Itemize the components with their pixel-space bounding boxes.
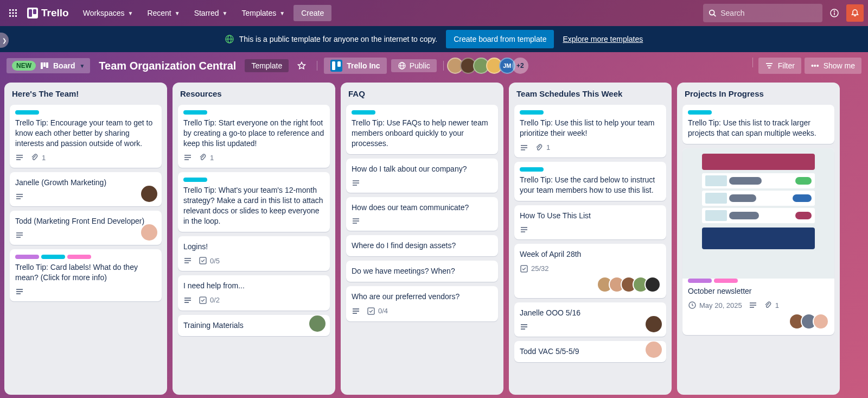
card-badges: 0/5 bbox=[183, 256, 324, 266]
description-icon bbox=[183, 153, 192, 162]
card[interactable]: Logins!0/5 bbox=[178, 236, 330, 271]
notifications-icon[interactable] bbox=[846, 4, 864, 22]
trello-logo[interactable]: Trello bbox=[24, 7, 72, 19]
card-member-avatar[interactable] bbox=[141, 186, 157, 202]
nav-menu-workspaces[interactable]: Workspaces▼ bbox=[76, 5, 140, 21]
card-title: Janelle (Growth Marketing) bbox=[15, 178, 156, 188]
card[interactable]: Trello Tip: Card labels! What do they me… bbox=[10, 249, 162, 301]
attachment-badge: 1 bbox=[30, 153, 46, 163]
card[interactable]: Janelle OOO 5/16 bbox=[514, 302, 666, 337]
card[interactable]: Trello Tip: Use this list to track large… bbox=[682, 105, 834, 144]
card-labels bbox=[520, 167, 661, 172]
workspace-chip[interactable]: Trello Inc bbox=[324, 58, 386, 74]
info-icon[interactable] bbox=[826, 4, 843, 22]
card[interactable]: Todd VAC 5/5-5/9 bbox=[514, 341, 666, 362]
board-title[interactable]: Team Organization Central bbox=[94, 60, 240, 72]
description-icon bbox=[15, 192, 24, 201]
card-label[interactable] bbox=[183, 110, 207, 115]
card-title: I need help from... bbox=[183, 281, 324, 291]
card-label[interactable] bbox=[67, 255, 91, 259]
nav-menu-starred[interactable]: Starred▼ bbox=[188, 5, 234, 21]
card[interactable]: Where do I find design assets? bbox=[346, 235, 498, 256]
clock-icon bbox=[688, 301, 697, 309]
card[interactable]: Trello Tip: Use this list to help your t… bbox=[514, 105, 666, 157]
filter-label: Filter bbox=[778, 61, 795, 70]
star-button[interactable] bbox=[293, 57, 310, 74]
card[interactable]: October newsletterMay 20, 20251 bbox=[682, 148, 834, 335]
list-title[interactable]: FAQ bbox=[346, 88, 498, 100]
card-label[interactable] bbox=[352, 110, 375, 115]
list-title[interactable]: Team Schedules This Week bbox=[514, 88, 666, 100]
card-member-avatar[interactable] bbox=[644, 276, 661, 293]
card-member-avatar[interactable] bbox=[813, 313, 829, 330]
filter-button[interactable]: Filter bbox=[758, 58, 801, 74]
card-label[interactable] bbox=[520, 110, 544, 115]
attachment-badge: 1 bbox=[764, 301, 779, 311]
card-title: October newsletter bbox=[688, 286, 829, 296]
card[interactable]: How To Use This List bbox=[514, 205, 666, 239]
chevron-down-icon: ▼ bbox=[222, 10, 228, 16]
list-title[interactable]: Here's The Team! bbox=[10, 88, 162, 100]
card[interactable]: Janelle (Growth Marketing) bbox=[10, 172, 162, 206]
nav-menu-templates[interactable]: Templates▼ bbox=[235, 5, 291, 21]
create-from-template-button[interactable]: Create board from template bbox=[446, 30, 554, 48]
card[interactable]: Trello Tip: Start everyone on the right … bbox=[178, 105, 330, 168]
card-member-avatar[interactable] bbox=[309, 315, 326, 332]
svg-point-13 bbox=[834, 11, 835, 11]
globe-icon bbox=[398, 61, 406, 70]
board-members[interactable]: JM+2 bbox=[450, 58, 528, 74]
attachment-badge: 1 bbox=[535, 143, 550, 153]
list-title[interactable]: Projects In Progress bbox=[682, 88, 834, 100]
create-button[interactable]: Create bbox=[293, 5, 331, 21]
list: FAQTrello Tip: Use FAQs to help newer te… bbox=[341, 83, 503, 395]
card[interactable]: Who are our preferred vendors?0/4 bbox=[346, 286, 498, 321]
card-members bbox=[520, 276, 661, 293]
list-title[interactable]: Resources bbox=[178, 88, 330, 100]
card[interactable]: Todd (Marketing Front End Developer) bbox=[10, 211, 162, 245]
card-label[interactable] bbox=[520, 167, 544, 172]
card-title: Todd VAC 5/5-5/9 bbox=[520, 346, 661, 357]
template-chip[interactable]: Template bbox=[245, 59, 289, 72]
card-label[interactable] bbox=[15, 255, 39, 259]
card[interactable]: Trello Tip: Use FAQs to help newer team … bbox=[346, 105, 498, 154]
card[interactable]: Do we have meetings? When? bbox=[346, 261, 498, 282]
card[interactable]: How does our team communicate? bbox=[346, 197, 498, 231]
card-labels bbox=[183, 110, 324, 115]
board-canvas[interactable]: Here's The Team!Trello Tip: Encourage yo… bbox=[0, 79, 868, 398]
search-box[interactable] bbox=[703, 4, 822, 22]
card-label[interactable] bbox=[15, 110, 39, 115]
svg-rect-1 bbox=[12, 9, 14, 11]
card[interactable]: Training Materials bbox=[178, 315, 330, 336]
card-label[interactable] bbox=[41, 255, 65, 259]
card-label[interactable] bbox=[714, 279, 738, 283]
search-icon bbox=[709, 9, 716, 17]
card-badges: 25/32 bbox=[520, 264, 661, 274]
card[interactable]: Trello Tip: Encourage your team to get t… bbox=[10, 105, 162, 168]
board-view-switcher[interactable]: NEW Board ▼ bbox=[7, 58, 90, 73]
card-label[interactable] bbox=[688, 279, 712, 283]
card[interactable]: Trello Tip: What's your team's 12-month … bbox=[178, 172, 330, 232]
nav-menu-recent[interactable]: Recent▼ bbox=[141, 5, 186, 21]
card-label[interactable] bbox=[183, 178, 207, 182]
date-badge: May 20, 2025 bbox=[688, 301, 742, 311]
card[interactable]: Week of April 28th25/32 bbox=[514, 244, 666, 298]
description-badge bbox=[15, 231, 24, 239]
apps-icon[interactable] bbox=[4, 4, 22, 22]
visibility-chip[interactable]: Public bbox=[391, 59, 437, 72]
card[interactable]: Trello Tip: Use the card below to instru… bbox=[514, 162, 666, 201]
svg-rect-2 bbox=[15, 9, 17, 11]
description-badge bbox=[183, 256, 192, 265]
card[interactable]: I need help from...0/2 bbox=[178, 275, 330, 310]
show-menu-button[interactable]: ••• Show me bbox=[805, 58, 861, 74]
card-labels bbox=[183, 178, 324, 182]
card-member-avatar[interactable] bbox=[141, 224, 157, 241]
member-avatar-more[interactable]: +2 bbox=[512, 58, 528, 74]
card-label[interactable] bbox=[688, 110, 712, 115]
search-input[interactable] bbox=[720, 9, 817, 17]
checklist-badge: 0/4 bbox=[367, 306, 388, 316]
checklist-icon bbox=[367, 307, 375, 315]
card[interactable]: How do I talk about our company? bbox=[346, 159, 498, 193]
explore-templates-link[interactable]: Explore more templates bbox=[563, 35, 643, 43]
card-title: Logins! bbox=[183, 242, 324, 252]
card-title: Trello Tip: Use the card below to instru… bbox=[520, 175, 661, 195]
